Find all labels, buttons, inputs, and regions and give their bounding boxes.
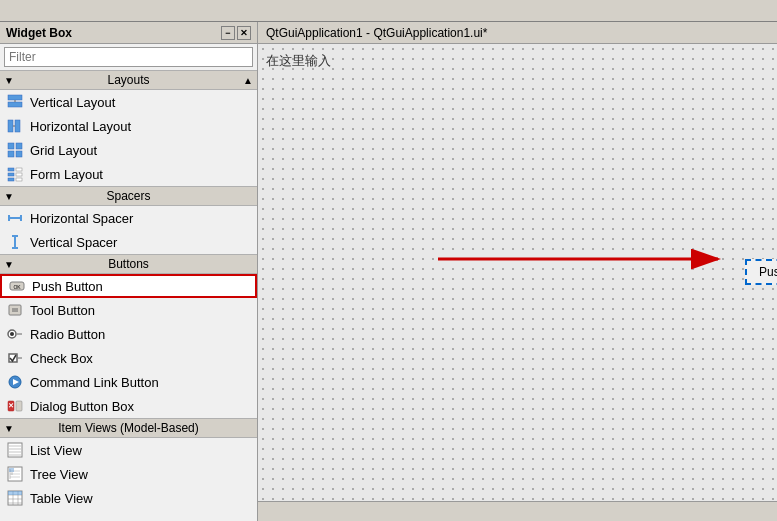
drag-arrow [378,219,758,299]
widget-box-close-btn[interactable]: ✕ [237,26,251,40]
item-vertical-spacer[interactable]: Vertical Spacer [0,230,257,254]
item-views-collapse-arrow: ▼ [4,423,14,434]
svg-rect-4 [15,120,20,132]
svg-rect-59 [18,491,22,495]
section-item-views[interactable]: ▼ Item Views (Model-Based) [0,418,257,438]
bottom-status-bar [258,501,777,521]
list-view-icon [6,441,24,459]
tree-view-label: Tree View [30,467,88,482]
vertical-layout-label: Vertical Layout [30,95,115,110]
horizontal-layout-icon [6,117,24,135]
window-titlebar: QtGuiApplication1 - QtGuiApplication1.ui… [258,22,777,44]
horizontal-layout-label: Horizontal Layout [30,119,131,134]
tool-button-icon [6,301,24,319]
svg-marker-20 [18,216,21,220]
item-tree-view[interactable]: Tree View [0,462,257,486]
check-box-label: Check Box [30,351,93,366]
buttons-section-label: Buttons [108,257,149,271]
svg-rect-58 [13,491,18,495]
svg-rect-6 [8,143,14,149]
item-vertical-layout[interactable]: Vertical Layout [0,90,257,114]
form-layout-icon [6,165,24,183]
table-view-icon [6,489,24,507]
item-command-link-button[interactable]: Command Link Button [0,370,257,394]
svg-rect-9 [16,151,22,157]
item-dialog-button-box[interactable]: ✕ Dialog Button Box [0,394,257,418]
widget-box-titlebar: Widget Box − ✕ [0,22,257,44]
layouts-scroll-up: ▲ [243,75,253,86]
svg-rect-26 [9,305,21,315]
layouts-section-label: Layouts [107,73,149,87]
layouts-collapse-arrow: ▼ [4,75,14,86]
svg-rect-7 [16,143,22,149]
svg-rect-8 [8,151,14,157]
canvas-pushbutton[interactable]: PushButton [745,259,777,285]
widget-box-title-label: Widget Box [6,26,72,40]
item-radio-button[interactable]: Radio Button [0,322,257,346]
item-views-section-label: Item Views (Model-Based) [58,421,199,435]
svg-rect-1 [8,102,22,107]
canvas-area[interactable]: 在这里输入 PushButton [258,44,777,501]
section-buttons[interactable]: ▼ Buttons [0,254,257,274]
check-box-icon [6,349,24,367]
svg-rect-0 [8,95,22,100]
command-link-button-label: Command Link Button [30,375,159,390]
item-grid-layout[interactable]: Grid Layout [0,138,257,162]
svg-rect-10 [8,168,14,171]
push-button-icon: OK [8,277,26,295]
tree-view-icon [6,465,24,483]
spacers-section-label: Spacers [106,189,150,203]
svg-point-30 [10,332,14,336]
svg-rect-14 [8,178,14,181]
push-button-label: Push Button [32,279,103,294]
svg-rect-57 [8,491,13,495]
top-toolbar [0,0,777,22]
svg-rect-49 [9,468,14,472]
svg-text:OK: OK [13,284,21,290]
item-table-view[interactable]: Table View [0,486,257,510]
item-tool-button[interactable]: Tool Button [0,298,257,322]
section-layouts[interactable]: ▼ Layouts ▲ [0,70,257,90]
svg-rect-12 [8,173,14,176]
widget-box-controls: − ✕ [221,26,251,40]
grid-layout-icon [6,141,24,159]
main-layout: Widget Box − ✕ ▼ Layouts ▲ [0,22,777,521]
right-panel: QtGuiApplication1 - QtGuiApplication1.ui… [258,22,777,521]
grid-layout-label: Grid Layout [30,143,97,158]
radio-button-icon [6,325,24,343]
item-horizontal-spacer[interactable]: Horizontal Spacer [0,206,257,230]
item-check-box[interactable]: Check Box [0,346,257,370]
canvas-pushbutton-label: PushButton [759,265,777,279]
window-title: QtGuiApplication1 - QtGuiApplication1.ui… [266,26,487,40]
widget-box: Widget Box − ✕ ▼ Layouts ▲ [0,22,258,521]
item-list-view[interactable]: List View [0,438,257,462]
item-horizontal-layout[interactable]: Horizontal Layout [0,114,257,138]
svg-text:✕: ✕ [8,402,14,409]
svg-rect-38 [16,401,22,411]
section-spacers[interactable]: ▼ Spacers [0,186,257,206]
svg-rect-13 [16,173,22,176]
filter-input[interactable] [4,47,253,67]
command-link-button-icon [6,373,24,391]
spacers-collapse-arrow: ▼ [4,191,14,202]
horizontal-spacer-icon [6,209,24,227]
svg-rect-15 [16,178,22,181]
svg-rect-3 [8,120,13,132]
radio-button-label: Radio Button [30,327,105,342]
tool-button-label: Tool Button [30,303,95,318]
svg-marker-19 [9,216,12,220]
buttons-collapse-arrow: ▼ [4,259,14,270]
widget-box-minimize-btn[interactable]: − [221,26,235,40]
item-form-layout[interactable]: Form Layout [0,162,257,186]
vertical-layout-icon [6,93,24,111]
form-layout-label: Form Layout [30,167,103,182]
horizontal-spacer-label: Horizontal Spacer [30,211,133,226]
vertical-spacer-label: Vertical Spacer [30,235,117,250]
dialog-button-box-label: Dialog Button Box [30,399,134,414]
vertical-spacer-icon [6,233,24,251]
list-view-label: List View [30,443,82,458]
svg-rect-11 [16,168,22,171]
item-push-button[interactable]: OK Push Button [0,274,257,298]
widget-list: ▼ Layouts ▲ Vertical Layout [0,70,257,521]
table-view-label: Table View [30,491,93,506]
